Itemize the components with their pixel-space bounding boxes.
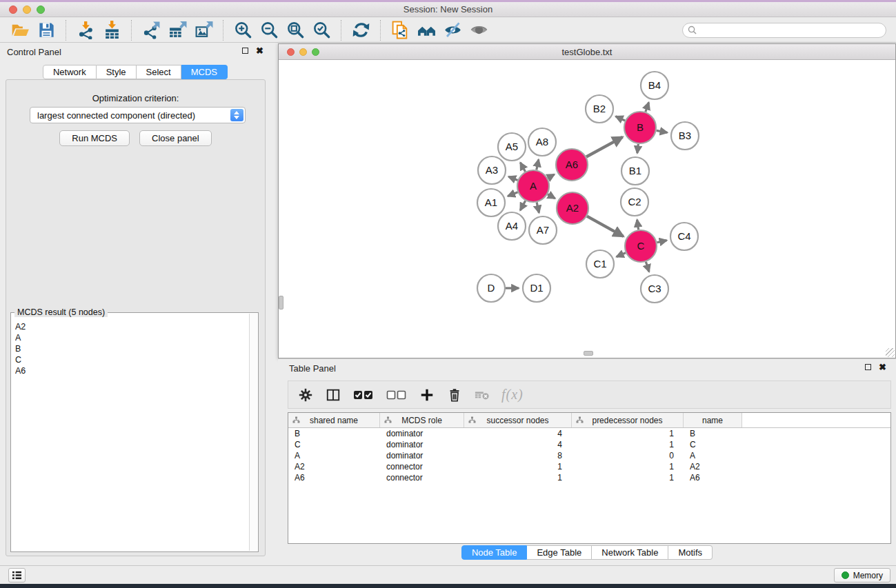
column-header-predecessor-nodes[interactable]: predecessor nodes [572, 413, 684, 427]
graph-edge-C-C2[interactable] [637, 220, 639, 230]
result-item-a[interactable]: A [15, 332, 247, 343]
export-network-icon[interactable] [141, 20, 161, 41]
table-cell[interactable]: 4 [464, 440, 572, 449]
refresh-icon[interactable] [350, 20, 371, 41]
graph-edge-A-A6[interactable] [548, 174, 555, 178]
table-cell[interactable]: B [684, 429, 742, 438]
unselect-all-columns-icon[interactable] [386, 387, 408, 403]
graph-edge-A-A8[interactable] [537, 159, 539, 170]
resize-grip[interactable] [886, 348, 895, 357]
hide-panel-eye-icon[interactable] [442, 20, 463, 41]
table-cell[interactable]: A6 [288, 473, 380, 483]
clone-network-icon[interactable] [390, 20, 410, 41]
zoom-selected-icon[interactable] [311, 20, 332, 41]
memory-button[interactable]: Memory [834, 568, 890, 582]
zoom-out-icon[interactable] [259, 20, 279, 41]
table-cell[interactable]: 4 [464, 429, 572, 438]
zoom-fit-icon[interactable] [285, 20, 306, 41]
table-cell[interactable]: C [288, 440, 380, 449]
table-cell[interactable]: 1 [464, 462, 572, 472]
save-icon[interactable] [36, 20, 57, 41]
zoom-in-icon[interactable] [232, 20, 253, 41]
table-cell[interactable]: dominator [380, 429, 464, 438]
close-panel-button[interactable]: Close panel [139, 130, 212, 146]
graph-edge-A-A7[interactable] [537, 202, 539, 212]
search-input[interactable] [697, 26, 881, 35]
table-cell[interactable]: 1 [572, 473, 684, 483]
result-scrollbar[interactable] [249, 314, 257, 551]
import-table-icon[interactable] [101, 20, 122, 41]
column-header-successor-nodes[interactable]: successor nodes [464, 413, 572, 427]
graph-edge-A-A1[interactable] [508, 192, 517, 196]
column-header-name[interactable]: name [684, 413, 742, 427]
table-cell[interactable]: 0 [572, 451, 684, 460]
table-settings-gear-icon[interactable] [297, 387, 314, 403]
table-cell[interactable]: 8 [464, 451, 572, 460]
graph-edge-A-A4[interactable] [520, 201, 525, 210]
mcds-result-list[interactable]: A2ABCA6 [15, 321, 247, 549]
table-cell[interactable]: A [684, 451, 742, 460]
tab-style[interactable]: Style [97, 65, 137, 79]
float-table-panel-icon[interactable] [865, 364, 871, 370]
graph-edge-B-B4[interactable] [646, 103, 649, 112]
close-panel-icon[interactable]: ✖ [256, 47, 263, 54]
graph-edge-A-A3[interactable] [508, 176, 517, 180]
float-panel-icon[interactable] [242, 48, 248, 54]
table-cell[interactable]: C [684, 440, 742, 449]
task-list-button[interactable] [8, 568, 26, 582]
table-cell[interactable]: 1 [572, 462, 684, 472]
table-cell[interactable]: 1 [572, 429, 684, 438]
network-canvas[interactable]: B4B2BB3A8A5A6A3B1AA1C2A2A4A7C4CC1C3DD1 [279, 61, 895, 358]
column-layout-icon[interactable] [325, 387, 341, 403]
result-item-a2[interactable]: A2 [15, 321, 247, 332]
table-row-b[interactable]: Bdominator41B [288, 428, 890, 439]
vertical-scroll-thumb[interactable] [279, 296, 283, 310]
open-folder-icon[interactable] [10, 20, 30, 41]
table-row-a[interactable]: Adominator80A [288, 450, 890, 461]
graph-edge-A6-B[interactable] [586, 137, 622, 157]
table-cell[interactable]: B [288, 429, 380, 438]
select-all-columns-icon[interactable] [352, 387, 375, 403]
graph-edge-A-A5[interactable] [520, 163, 525, 172]
table-cell[interactable]: A [288, 451, 380, 460]
criterion-select[interactable]: largest connected component (directed) [30, 107, 246, 123]
column-header-MCDS-role[interactable]: MCDS role [380, 413, 464, 427]
table-cell[interactable]: A2 [288, 462, 380, 472]
table-cell[interactable]: 1 [572, 440, 684, 449]
close-table-panel-icon[interactable]: ✖ [879, 363, 886, 371]
import-network-icon[interactable] [75, 20, 96, 41]
export-table-icon[interactable] [167, 20, 188, 41]
delete-table-icon[interactable] [474, 387, 490, 403]
table-cell[interactable]: dominator [380, 440, 464, 449]
tab-select[interactable]: Select [137, 65, 181, 79]
graph-edge-C-C1[interactable] [617, 253, 626, 257]
delete-column-trash-icon[interactable] [446, 387, 463, 403]
graph-edge-C-C4[interactable] [657, 241, 666, 243]
result-item-b[interactable]: B [15, 343, 247, 354]
function-builder-icon[interactable]: f(x) [501, 387, 524, 403]
network-graph[interactable]: B4B2BB3A8A5A6A3B1AA1C2A2A4A7C4CC1C3DD1 [279, 61, 895, 358]
result-item-a6[interactable]: A6 [15, 365, 247, 376]
column-header-shared-name[interactable]: shared name [288, 413, 380, 427]
tab-mcds[interactable]: MCDS [181, 65, 228, 79]
table-tab-edge-table[interactable]: Edge Table [527, 545, 592, 560]
tab-network[interactable]: Network [43, 65, 97, 79]
export-image-icon[interactable] [193, 20, 214, 41]
home-icon[interactable] [416, 20, 437, 41]
graph-edge-B-B1[interactable] [637, 144, 638, 153]
table-cell[interactable]: A2 [684, 462, 742, 472]
graph-edge-B-B2[interactable] [616, 116, 626, 121]
table-cell[interactable]: connector [380, 473, 464, 483]
table-row-c[interactable]: Cdominator41C [288, 439, 890, 450]
eye-icon[interactable] [468, 20, 489, 41]
table-cell[interactable]: 1 [464, 473, 572, 483]
add-column-icon[interactable] [419, 387, 435, 403]
table-tab-network-table[interactable]: Network Table [592, 545, 668, 560]
table-row-a2[interactable]: A2connector11A2 [288, 461, 890, 472]
graph-edge-B-B3[interactable] [657, 130, 668, 132]
table-cell[interactable]: connector [380, 462, 464, 472]
run-mcds-button[interactable]: Run MCDS [59, 130, 130, 146]
network-window-titlebar[interactable]: testGlobe.txt [279, 44, 895, 60]
table-tab-motifs[interactable]: Motifs [668, 545, 713, 560]
table-cell[interactable]: A6 [684, 473, 742, 483]
